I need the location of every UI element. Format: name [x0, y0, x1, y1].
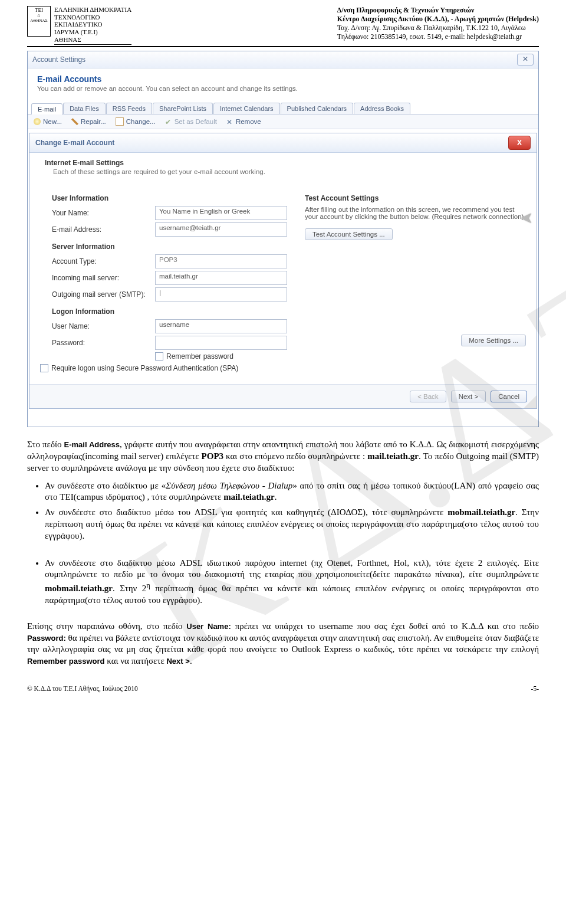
footer-right: -5-	[531, 685, 539, 692]
bullet-private-isp: Αν συνδέεστε στο διαδίκτυο μέσω ADSL ιδι…	[45, 558, 539, 607]
user-info-heading: User Information	[52, 194, 287, 202]
remember-label: Remember password	[166, 352, 233, 361]
cursor-icon: ➤	[520, 209, 533, 227]
tab-sharepoint[interactable]: SharePoint Lists	[153, 103, 213, 114]
resize-corner-icon	[524, 395, 537, 408]
remove-icon: ✕	[226, 118, 233, 125]
document-body: Στο πεδίο E-mail Address, γράφετε αυτήν …	[27, 439, 539, 667]
test-button[interactable]: Test Account Settings ...	[305, 228, 393, 240]
outgoing-field[interactable]: |	[155, 287, 287, 302]
test-heading: Test Account Settings	[305, 194, 526, 202]
section-subtext: You can add or remove an account. You ca…	[37, 85, 529, 92]
incoming-field[interactable]: mail.teiath.gr	[155, 271, 287, 285]
logon-info-heading: Logon Information	[52, 307, 287, 316]
tab-internet-cal[interactable]: Internet Calendars	[213, 103, 280, 114]
tabs: E-mail Data Files RSS Feeds SharePoint L…	[28, 103, 538, 114]
inner-window-title: Change E-mail Account	[35, 139, 114, 147]
wizard-buttons: < Back Next > Cancel	[29, 384, 537, 408]
account-type-label: Account Type:	[52, 257, 155, 266]
new-button[interactable]: New...	[34, 117, 62, 126]
more-settings-button[interactable]: More Settings ...	[461, 335, 526, 346]
change-button[interactable]: Change...	[116, 117, 156, 126]
tab-email[interactable]: E-mail	[31, 103, 62, 114]
tab-datafiles[interactable]: Data Files	[63, 103, 106, 114]
repair-button[interactable]: Repair...	[71, 117, 106, 126]
password-field[interactable]	[155, 336, 287, 350]
paragraph-2: Επίσης στην παραπάνω οθόνη, στο πεδίο Us…	[27, 621, 539, 667]
username-label: User Name:	[52, 322, 155, 330]
your-name-label: Your Name:	[52, 209, 155, 217]
remove-button[interactable]: ✕Remove	[226, 117, 261, 126]
bullet-diodos: Αν συνδέεστε στο διαδίκτυο μέσω του ADSL…	[45, 507, 539, 542]
page-footer: © Κ.Δ.Δ του Τ.Ε.Ι Αθήνας, Ιούλιος 2010 -…	[27, 685, 539, 692]
change-icon	[116, 117, 124, 126]
cancel-button[interactable]: Cancel	[491, 391, 527, 402]
tab-addressbooks[interactable]: Address Books	[354, 103, 410, 114]
section-heading: E-mail Accounts	[37, 74, 529, 84]
default-button: ✔Set as Default	[165, 117, 217, 126]
bullet-dialup: Αν συνδέεστε στο διαδίκτυο με «Σύνδεση μ…	[45, 480, 539, 504]
email-label: E-mail Address:	[52, 225, 155, 234]
new-icon	[34, 118, 41, 125]
footer-left: © Κ.Δ.Δ του Τ.Ε.Ι Αθήνας, Ιούλιος 2010	[27, 685, 138, 692]
change-email-window: Change E-mail Account X Internet E-mail …	[29, 133, 537, 409]
your-name-field[interactable]: You Name in English or Greek	[155, 206, 287, 220]
email-field[interactable]: username@teiath.gr	[155, 222, 287, 237]
next-button[interactable]: Next >	[451, 391, 486, 402]
username-field[interactable]: username	[155, 319, 287, 333]
password-label: Password:	[52, 339, 155, 347]
logo: TEI ⌂ AΘHNAΣ	[27, 6, 51, 37]
check-icon: ✔	[165, 118, 172, 125]
window-title: Account Settings	[32, 55, 85, 64]
test-text: After filling out the information on thi…	[305, 206, 526, 220]
remember-checkbox[interactable]	[155, 352, 163, 361]
dept-info: Δ/νση Πληροφορικής & Τεχνικών Υπηρεσιών …	[337, 6, 539, 45]
back-button: < Back	[410, 391, 446, 402]
inner-subtext: Each of these settings are required to g…	[45, 168, 527, 175]
doc-header: TEI ⌂ AΘHNAΣ ΕΛΛΗΝΙΚΗ ΔΗΜΟΚΡΑΤΙΑ ΤΕΧΝΟΛΟ…	[27, 6, 539, 47]
paragraph-1: Στο πεδίο E-mail Address, γράφετε αυτήν …	[27, 439, 539, 474]
server-info-heading: Server Information	[52, 243, 287, 251]
spa-checkbox[interactable]	[40, 364, 48, 372]
account-settings-window: Account Settings ✕ E-mail Accounts You c…	[27, 51, 539, 427]
org-name: ΕΛΛΗΝΙΚΗ ΔΗΜΟΚΡΑΤΙΑ ΤΕΧΝΟΛΟΓΙΚΟ ΕΚΠΑΙΔΕΥ…	[54, 6, 131, 45]
spa-label: Require logon using Secure Password Auth…	[51, 364, 238, 372]
tab-rss[interactable]: RSS Feeds	[106, 103, 152, 114]
toolbar: New... Repair... Change... ✔Set as Defau…	[28, 114, 538, 129]
close-icon[interactable]: ✕	[517, 54, 534, 65]
tab-pub-cal[interactable]: Published Calendars	[281, 103, 354, 114]
account-type-select[interactable]: POP3	[155, 254, 287, 268]
outgoing-label: Outgoing mail server (SMTP):	[52, 290, 155, 299]
close-icon[interactable]: X	[508, 136, 531, 150]
inner-heading: Internet E-mail Settings	[45, 159, 527, 167]
repair-icon	[71, 118, 78, 125]
incoming-label: Incoming mail server:	[52, 274, 155, 282]
